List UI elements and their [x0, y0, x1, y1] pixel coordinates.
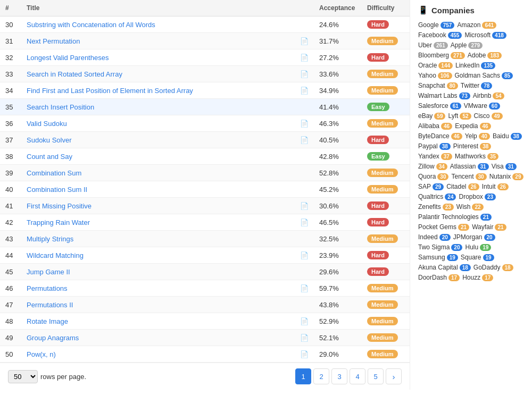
company-tag[interactable]: Square19	[461, 254, 494, 261]
next-page-button[interactable]: ›	[386, 368, 402, 384]
company-tag[interactable]: Airbnb54	[473, 92, 504, 99]
company-tag[interactable]: Houzz17	[462, 274, 493, 281]
problem-link[interactable]: Search Insert Position	[27, 103, 94, 111]
problem-link[interactable]: Valid Sudoku	[27, 120, 67, 128]
company-tag[interactable]: Mathworks35	[455, 153, 498, 160]
problem-link[interactable]: Group Anagrams	[27, 334, 79, 342]
problem-link[interactable]: Pow(x, n)	[27, 350, 56, 358]
company-name: Yandex	[418, 153, 439, 160]
company-tag[interactable]: Intuit26	[482, 183, 509, 190]
company-tag[interactable]: Nutanix29	[489, 173, 524, 180]
company-tag[interactable]: Atlassian31	[450, 163, 489, 170]
company-tag[interactable]: Amazon641	[457, 21, 496, 29]
problem-link[interactable]: First Missing Positive	[27, 202, 92, 210]
problem-link[interactable]: Longest Valid Parentheses	[27, 54, 109, 62]
row-number: 49	[0, 330, 21, 346]
company-tag[interactable]: Facebook455	[418, 31, 462, 39]
company-tag[interactable]: Citadel26	[446, 183, 479, 190]
row-number: 47	[0, 297, 21, 313]
table-row: 42 Trapping Rain Water 📄 46.5% Hard	[0, 214, 410, 231]
company-tag[interactable]: eBay59	[418, 112, 445, 120]
problem-link[interactable]: Rotate Image	[27, 317, 68, 325]
company-tag[interactable]: Google757	[418, 21, 454, 29]
rows-per-page-select[interactable]: 50 100	[8, 370, 38, 383]
page-button-2[interactable]: 2	[313, 368, 329, 384]
page-button-5[interactable]: 5	[368, 368, 384, 384]
problem-link[interactable]: Wildcard Matching	[27, 251, 84, 259]
company-tag[interactable]: ByteDance46	[418, 132, 462, 140]
acceptance-rate: 29.6%	[314, 264, 362, 280]
page-button-1[interactable]: 1	[295, 368, 311, 384]
company-tag[interactable]: Bloomberg271	[418, 52, 465, 59]
acceptance-rate: 33.6%	[314, 66, 362, 82]
company-tag[interactable]: Wish22	[456, 203, 484, 211]
company-tag[interactable]: Yelp40	[465, 132, 490, 140]
company-tag[interactable]: Yahoo106	[418, 72, 452, 79]
company-tag[interactable]: Wayfair21	[472, 223, 506, 231]
row-number: 32	[0, 49, 21, 66]
company-tag[interactable]: Two Sigma20	[418, 243, 462, 251]
page-button-4[interactable]: 4	[350, 368, 365, 384]
acceptance-rate: 30.6%	[314, 198, 362, 214]
company-name: Apple	[451, 41, 467, 49]
company-tag[interactable]: Baidu38	[493, 132, 522, 140]
difficulty-badge: Hard	[367, 201, 389, 210]
company-tag[interactable]: Quora30	[418, 173, 448, 180]
company-tag[interactable]: Twitter78	[461, 82, 492, 89]
company-tag[interactable]: Alibaba46	[418, 122, 452, 130]
company-tag[interactable]: SAP29	[418, 183, 444, 190]
company-tag[interactable]: Apple279	[451, 41, 483, 49]
company-tag[interactable]: Palantir Technologies21	[418, 213, 492, 221]
company-tag[interactable]: Microsoft418	[464, 31, 506, 39]
company-tag[interactable]: Zenefits23	[418, 203, 454, 211]
company-name: Hulu	[465, 243, 478, 251]
company-tag[interactable]: Snapchat80	[418, 82, 458, 89]
company-tag[interactable]: Samsung19	[418, 254, 458, 261]
company-tag[interactable]: Goldman Sachs85	[455, 72, 513, 79]
company-name: Baidu	[493, 132, 509, 140]
company-tag[interactable]: Cisco49	[474, 112, 503, 120]
problem-link[interactable]: Trapping Rain Water	[27, 218, 90, 226]
problem-link[interactable]: Substring with Concatenation of All Word…	[27, 21, 155, 29]
company-tag[interactable]: Hulu19	[465, 243, 491, 251]
company-count: 20	[451, 244, 462, 251]
company-tag[interactable]: Akuna Capital18	[418, 264, 471, 271]
company-count: 271	[451, 52, 465, 59]
company-tag[interactable]: JPMorgan20	[453, 233, 495, 241]
problem-link[interactable]: Combination Sum	[27, 169, 81, 177]
company-tag[interactable]: Salesforce61	[418, 102, 461, 110]
problem-link[interactable]: Permutations II	[27, 301, 73, 309]
problem-link[interactable]: Find First and Last Position of Element …	[27, 87, 193, 95]
problem-link[interactable]: Count and Say	[27, 153, 72, 161]
company-tag[interactable]: Uber261	[418, 41, 448, 49]
company-tag[interactable]: Paypal38	[418, 142, 451, 150]
company-tag[interactable]: Visa31	[492, 163, 517, 170]
problem-link[interactable]: Next Permutation	[27, 37, 80, 45]
company-tag[interactable]: GoDaddy18	[473, 264, 513, 271]
page-button-3[interactable]: 3	[331, 368, 347, 384]
company-tag[interactable]: Oracle144	[418, 62, 453, 69]
company-tag[interactable]: Pocket Gems21	[418, 223, 469, 231]
table-row: 32 Longest Valid Parentheses 📄 27.2% Har…	[0, 49, 410, 66]
company-tag[interactable]: LinkedIn135	[455, 62, 495, 69]
problem-link[interactable]: Combination Sum II	[27, 186, 87, 194]
company-tag[interactable]: Indeed20	[418, 233, 451, 241]
company-tag[interactable]: Zillow34	[418, 163, 447, 170]
company-tag[interactable]: Dropbox23	[459, 193, 495, 200]
company-tag[interactable]: Walmart Labs73	[418, 92, 470, 99]
company-tag[interactable]: Lyft52	[448, 112, 471, 120]
company-tag[interactable]: Tencent30	[451, 173, 486, 180]
company-tag[interactable]: Adobe183	[468, 52, 502, 59]
company-tag[interactable]: Expedia46	[455, 122, 491, 130]
company-tag[interactable]: DoorDash17	[418, 274, 460, 281]
problem-link[interactable]: Multiply Strings	[27, 235, 73, 243]
company-tag[interactable]: Pinterest38	[453, 142, 491, 150]
acceptance-rate: 34.9%	[314, 82, 362, 99]
problem-link[interactable]: Sudoku Solver	[27, 136, 72, 144]
company-tag[interactable]: VMware60	[464, 102, 500, 110]
problem-link[interactable]: Search in Rotated Sorted Array	[27, 70, 122, 78]
company-tag[interactable]: Yandex37	[418, 153, 452, 160]
company-tag[interactable]: Qualtrics24	[418, 193, 456, 200]
problem-link[interactable]: Permutations	[27, 284, 68, 292]
problem-link[interactable]: Jump Game II	[27, 268, 70, 276]
